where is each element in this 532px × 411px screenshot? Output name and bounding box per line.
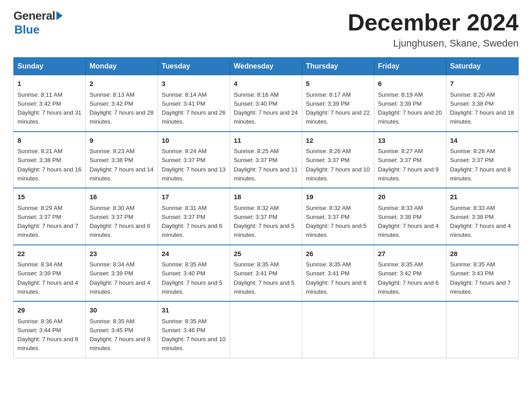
day-info: Sunrise: 8:26 AMSunset: 3:37 PMDaylight:… xyxy=(306,148,370,182)
week-row-5: 29Sunrise: 8:36 AMSunset: 3:44 PMDayligh… xyxy=(14,301,519,358)
page-header: General Blue December 2024 Ljunghusen, S… xyxy=(13,9,519,49)
day-info: Sunrise: 8:17 AMSunset: 3:39 PMDaylight:… xyxy=(306,91,370,125)
day-info: Sunrise: 8:29 AMSunset: 3:37 PMDaylight:… xyxy=(17,205,78,239)
col-header-sunday: Sunday xyxy=(14,58,86,75)
day-number: 27 xyxy=(378,249,442,259)
calendar-cell: 20Sunrise: 8:33 AMSunset: 3:38 PMDayligh… xyxy=(374,188,446,245)
calendar-cell: 13Sunrise: 8:27 AMSunset: 3:37 PMDayligh… xyxy=(374,132,446,188)
day-info: Sunrise: 8:35 AMSunset: 3:41 PMDaylight:… xyxy=(306,261,367,295)
calendar-cell: 31Sunrise: 8:35 AMSunset: 3:46 PMDayligh… xyxy=(158,301,230,358)
calendar-cell: 24Sunrise: 8:35 AMSunset: 3:40 PMDayligh… xyxy=(158,245,230,302)
title-block: December 2024 Ljunghusen, Skane, Sweden xyxy=(348,9,519,49)
day-number: 25 xyxy=(234,249,298,259)
logo-general-text: General xyxy=(13,9,55,23)
day-number: 19 xyxy=(306,192,370,202)
day-number: 16 xyxy=(90,192,154,202)
day-info: Sunrise: 8:28 AMSunset: 3:37 PMDaylight:… xyxy=(450,148,511,182)
calendar-cell xyxy=(230,301,302,358)
day-number: 17 xyxy=(162,192,226,202)
day-number: 7 xyxy=(450,79,515,89)
calendar-cell xyxy=(374,301,446,358)
col-header-monday: Monday xyxy=(86,58,158,75)
week-row-2: 8Sunrise: 8:21 AMSunset: 3:38 PMDaylight… xyxy=(14,132,519,188)
day-info: Sunrise: 8:32 AMSunset: 3:37 PMDaylight:… xyxy=(234,205,295,239)
day-number: 31 xyxy=(162,305,226,316)
calendar-cell: 22Sunrise: 8:34 AMSunset: 3:39 PMDayligh… xyxy=(14,245,86,302)
calendar-cell xyxy=(302,301,374,358)
day-number: 18 xyxy=(234,192,298,202)
calendar-cell: 3Sunrise: 8:14 AMSunset: 3:41 PMDaylight… xyxy=(158,75,230,132)
calendar-cell: 23Sunrise: 8:34 AMSunset: 3:39 PMDayligh… xyxy=(86,245,158,302)
day-info: Sunrise: 8:33 AMSunset: 3:38 PMDaylight:… xyxy=(450,205,511,239)
day-info: Sunrise: 8:14 AMSunset: 3:41 PMDaylight:… xyxy=(162,91,226,125)
calendar-cell: 30Sunrise: 8:35 AMSunset: 3:45 PMDayligh… xyxy=(86,301,158,358)
calendar-cell: 18Sunrise: 8:32 AMSunset: 3:37 PMDayligh… xyxy=(230,188,302,245)
week-row-4: 22Sunrise: 8:34 AMSunset: 3:39 PMDayligh… xyxy=(14,245,519,302)
day-number: 15 xyxy=(17,192,82,202)
calendar-cell: 11Sunrise: 8:25 AMSunset: 3:37 PMDayligh… xyxy=(230,132,302,188)
day-info: Sunrise: 8:34 AMSunset: 3:39 PMDaylight:… xyxy=(17,261,78,295)
day-number: 8 xyxy=(17,136,82,146)
day-info: Sunrise: 8:36 AMSunset: 3:44 PMDaylight:… xyxy=(17,318,78,352)
day-info: Sunrise: 8:27 AMSunset: 3:37 PMDaylight:… xyxy=(378,148,439,182)
calendar-cell: 14Sunrise: 8:28 AMSunset: 3:37 PMDayligh… xyxy=(446,132,519,188)
calendar-cell: 4Sunrise: 8:16 AMSunset: 3:40 PMDaylight… xyxy=(230,75,302,132)
calendar-cell xyxy=(446,301,519,358)
day-number: 24 xyxy=(162,249,226,259)
calendar-cell: 19Sunrise: 8:32 AMSunset: 3:37 PMDayligh… xyxy=(302,188,374,245)
week-row-1: 1Sunrise: 8:11 AMSunset: 3:42 PMDaylight… xyxy=(14,75,519,132)
col-header-friday: Friday xyxy=(374,58,446,75)
day-number: 10 xyxy=(162,136,226,146)
calendar-table: SundayMondayTuesdayWednesdayThursdayFrid… xyxy=(13,57,519,358)
calendar-cell: 9Sunrise: 8:23 AMSunset: 3:38 PMDaylight… xyxy=(86,132,158,188)
day-info: Sunrise: 8:34 AMSunset: 3:39 PMDaylight:… xyxy=(90,261,150,295)
calendar-cell: 6Sunrise: 8:19 AMSunset: 3:39 PMDaylight… xyxy=(374,75,446,132)
day-number: 9 xyxy=(90,136,154,146)
main-title: December 2024 xyxy=(348,9,519,36)
day-number: 14 xyxy=(450,136,515,146)
day-number: 30 xyxy=(90,305,154,316)
day-info: Sunrise: 8:21 AMSunset: 3:38 PMDaylight:… xyxy=(17,148,82,182)
day-info: Sunrise: 8:35 AMSunset: 3:46 PMDaylight:… xyxy=(162,318,226,352)
day-info: Sunrise: 8:16 AMSunset: 3:40 PMDaylight:… xyxy=(234,91,298,125)
day-info: Sunrise: 8:30 AMSunset: 3:37 PMDaylight:… xyxy=(90,205,150,239)
day-number: 2 xyxy=(90,79,154,89)
day-number: 23 xyxy=(90,249,154,259)
calendar-cell: 8Sunrise: 8:21 AMSunset: 3:38 PMDaylight… xyxy=(14,132,86,188)
calendar-cell: 16Sunrise: 8:30 AMSunset: 3:37 PMDayligh… xyxy=(86,188,158,245)
day-number: 26 xyxy=(306,249,370,259)
day-info: Sunrise: 8:13 AMSunset: 3:42 PMDaylight:… xyxy=(90,91,154,125)
day-number: 11 xyxy=(234,136,298,146)
day-info: Sunrise: 8:33 AMSunset: 3:38 PMDaylight:… xyxy=(378,205,439,239)
day-info: Sunrise: 8:31 AMSunset: 3:37 PMDaylight:… xyxy=(162,205,223,239)
day-number: 13 xyxy=(378,136,442,146)
calendar-cell: 29Sunrise: 8:36 AMSunset: 3:44 PMDayligh… xyxy=(14,301,86,358)
day-info: Sunrise: 8:25 AMSunset: 3:37 PMDaylight:… xyxy=(234,148,298,182)
calendar-cell: 15Sunrise: 8:29 AMSunset: 3:37 PMDayligh… xyxy=(14,188,86,245)
day-info: Sunrise: 8:11 AMSunset: 3:42 PMDaylight:… xyxy=(17,91,82,125)
day-info: Sunrise: 8:35 AMSunset: 3:41 PMDaylight:… xyxy=(234,261,295,295)
day-info: Sunrise: 8:23 AMSunset: 3:38 PMDaylight:… xyxy=(90,148,154,182)
calendar-cell: 26Sunrise: 8:35 AMSunset: 3:41 PMDayligh… xyxy=(302,245,374,302)
calendar-cell: 17Sunrise: 8:31 AMSunset: 3:37 PMDayligh… xyxy=(158,188,230,245)
logo-arrow-icon xyxy=(56,11,63,20)
day-info: Sunrise: 8:35 AMSunset: 3:40 PMDaylight:… xyxy=(162,261,223,295)
col-header-wednesday: Wednesday xyxy=(230,58,302,75)
calendar-cell: 7Sunrise: 8:20 AMSunset: 3:38 PMDaylight… xyxy=(446,75,519,132)
col-header-saturday: Saturday xyxy=(446,58,519,75)
week-row-3: 15Sunrise: 8:29 AMSunset: 3:37 PMDayligh… xyxy=(14,188,519,245)
day-info: Sunrise: 8:24 AMSunset: 3:37 PMDaylight:… xyxy=(162,148,226,182)
calendar-cell: 28Sunrise: 8:35 AMSunset: 3:43 PMDayligh… xyxy=(446,245,519,302)
calendar-cell: 25Sunrise: 8:35 AMSunset: 3:41 PMDayligh… xyxy=(230,245,302,302)
calendar-cell: 21Sunrise: 8:33 AMSunset: 3:38 PMDayligh… xyxy=(446,188,519,245)
day-info: Sunrise: 8:35 AMSunset: 3:42 PMDaylight:… xyxy=(378,261,439,295)
day-number: 29 xyxy=(17,305,82,316)
day-number: 5 xyxy=(306,79,370,89)
day-number: 28 xyxy=(450,249,515,259)
logo: General Blue xyxy=(13,9,63,37)
col-header-thursday: Thursday xyxy=(302,58,374,75)
day-info: Sunrise: 8:19 AMSunset: 3:39 PMDaylight:… xyxy=(378,91,442,125)
day-number: 12 xyxy=(306,136,370,146)
day-number: 20 xyxy=(378,192,442,202)
day-info: Sunrise: 8:32 AMSunset: 3:37 PMDaylight:… xyxy=(306,205,367,239)
